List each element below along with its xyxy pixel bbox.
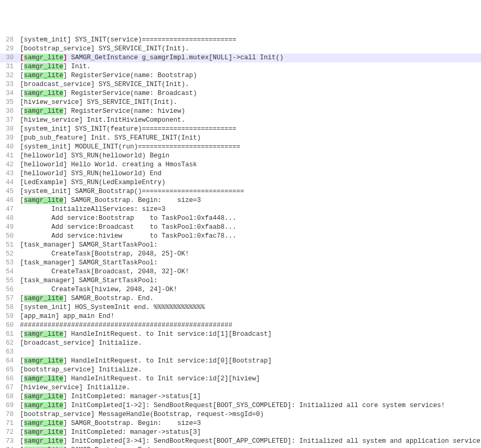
line-number: 41 bbox=[0, 152, 18, 161]
line-number: 56 bbox=[0, 285, 18, 294]
line-number: 74 bbox=[0, 446, 18, 448]
code-line[interactable]: 61[samgr_lite] HandleInitRequest. to Ini… bbox=[0, 330, 481, 339]
line-content: CreateTask[hiview, 2048, 24]-OK! bbox=[18, 285, 177, 294]
code-line[interactable]: 54 CreateTask[Broadcast, 2048, 32]-OK! bbox=[0, 268, 481, 276]
code-line[interactable]: 67[hiview_service] Initialize. bbox=[0, 383, 481, 392]
code-line[interactable]: 62[broadcast_service] Initialize. bbox=[0, 339, 481, 348]
search-highlight: samgr_lite bbox=[24, 402, 63, 409]
code-line[interactable]: 38[system_init] SYS_INIT(feature)=======… bbox=[0, 125, 481, 134]
code-line[interactable]: 56 CreateTask[hiview, 2048, 24]-OK! bbox=[0, 285, 481, 294]
line-content: [pub_sub_feature] Init. SYS_FEATURE_INIT… bbox=[18, 134, 201, 143]
code-line[interactable]: 44[LedExample] SYS_RUN(LedExampleEntry) bbox=[0, 178, 481, 187]
line-number: 39 bbox=[0, 134, 18, 143]
code-line[interactable]: 46[samgr_lite] SAMGR_Bootstrap. Begin: s… bbox=[0, 196, 481, 205]
search-highlight: samgr_lite bbox=[24, 420, 63, 427]
line-number: 42 bbox=[0, 161, 18, 169]
search-highlight: samgr_lite bbox=[24, 108, 63, 115]
line-content: [samgr_lite] RegisterService(name: hivie… bbox=[18, 107, 185, 116]
code-line[interactable]: 31[samgr_lite] Init. bbox=[0, 62, 481, 71]
line-number: 37 bbox=[0, 116, 18, 125]
code-line[interactable]: 55[task_manager] SAMGR_StartTaskPool: bbox=[0, 276, 481, 285]
code-line[interactable]: 73[samgr_lite] InitCompleted[3->4]: Send… bbox=[0, 437, 481, 446]
code-line[interactable]: 49 Add service:Broadcast to TaskPool:0xf… bbox=[0, 223, 481, 232]
code-line[interactable]: 50 Add service:hiview to TaskPool:0xfac7… bbox=[0, 232, 481, 241]
line-number: 44 bbox=[0, 178, 18, 187]
code-line[interactable]: 57[samgr_lite] SAMGR_Bootstrap. End. bbox=[0, 294, 481, 303]
code-line[interactable]: 74[samgr_lite] SAMGR_Bootstrap. End. bbox=[0, 446, 481, 448]
line-content: [task_manager] SAMGR_StartTaskPool: bbox=[18, 276, 158, 285]
code-line[interactable]: 66[samgr_lite] HandleInitRequest. to Ini… bbox=[0, 375, 481, 383]
search-highlight: samgr_lite bbox=[24, 197, 63, 204]
code-line[interactable]: 32[samgr_lite] RegisterService(name: Boo… bbox=[0, 71, 481, 80]
line-number: 49 bbox=[0, 223, 18, 232]
search-highlight: samgr_lite bbox=[24, 295, 63, 302]
search-highlight: samgr_lite bbox=[24, 393, 63, 400]
line-content: [helloworld] SYS_RUN(helloworld) Begin bbox=[18, 152, 169, 161]
line-content: [system_init] HOS_SystemInit end. %%%%%%… bbox=[18, 303, 205, 312]
code-line[interactable]: 39[pub_sub_feature] Init. SYS_FEATURE_IN… bbox=[0, 134, 481, 143]
code-line[interactable]: 64[samgr_lite] HandleInitRequest. to Ini… bbox=[0, 357, 481, 366]
code-line[interactable]: 37[hiview_service] Init.InitHiviewCompon… bbox=[0, 116, 481, 125]
line-content: Add service:hiview to TaskPool:0xfac78..… bbox=[18, 232, 237, 241]
code-line[interactable]: 53[task_manager] SAMGR_StartTaskPool: bbox=[0, 259, 481, 268]
code-line[interactable]: 72[samgr_lite] InitCompleted: manager->s… bbox=[0, 428, 481, 437]
line-number: 33 bbox=[0, 80, 18, 89]
line-content: [samgr_lite] SAMGR_Bootstrap. Begin: siz… bbox=[18, 419, 201, 428]
line-number: 47 bbox=[0, 205, 18, 214]
code-line[interactable]: 63 bbox=[0, 348, 481, 357]
line-number: 51 bbox=[0, 241, 18, 250]
code-line[interactable]: 48 Add service:Bootstrap to TaskPool:0xf… bbox=[0, 214, 481, 223]
code-line[interactable]: 70[bootstrap_service] MessageHandle(Boot… bbox=[0, 410, 481, 419]
line-content: [system_init] SAMGR_Bootstrap()=========… bbox=[18, 187, 244, 196]
line-number: 53 bbox=[0, 259, 18, 268]
line-number: 54 bbox=[0, 268, 18, 276]
code-line[interactable]: 60######################################… bbox=[0, 321, 481, 330]
line-content: [samgr_lite] RegisterService(name: Broad… bbox=[18, 89, 197, 98]
code-line[interactable]: 65[bootstrap_service] Initialize. bbox=[0, 366, 481, 375]
code-line[interactable]: 41[helloworld] SYS_RUN(helloworld) Begin bbox=[0, 152, 481, 161]
code-line[interactable]: 68[samgr_lite] InitCompleted: manager->s… bbox=[0, 392, 481, 401]
line-content: [helloworld] SYS_RUN(helloworld) End bbox=[18, 169, 162, 178]
code-line[interactable]: 71[samgr_lite] SAMGR_Bootstrap. Begin: s… bbox=[0, 419, 481, 428]
line-number: 45 bbox=[0, 187, 18, 196]
line-content: [task_manager] SAMGR_StartTaskPool: bbox=[18, 241, 158, 250]
code-line[interactable]: 43[helloworld] SYS_RUN(helloworld) End bbox=[0, 169, 481, 178]
code-line[interactable]: 59[app_main] app_main End! bbox=[0, 312, 481, 321]
line-content: [samgr_lite] HandleInitRequest. to Init … bbox=[18, 375, 260, 383]
code-line[interactable]: 52 CreateTask[Bootstrap, 2048, 25]-OK! bbox=[0, 250, 481, 259]
code-line[interactable]: 58[system_init] HOS_SystemInit end. %%%%… bbox=[0, 303, 481, 312]
code-line[interactable]: 51[task_manager] SAMGR_StartTaskPool: bbox=[0, 241, 481, 250]
line-content: [samgr_lite] SAMGR_Bootstrap. Begin: siz… bbox=[18, 196, 201, 205]
line-number: 36 bbox=[0, 107, 18, 116]
search-highlight: samgr_lite bbox=[24, 357, 63, 365]
code-line[interactable]: 47 InitializeAllServices: size=3 bbox=[0, 205, 481, 214]
code-line[interactable]: 45[system_init] SAMGR_Bootstrap()=======… bbox=[0, 187, 481, 196]
line-content: [samgr_lite] SAMGR_Bootstrap. End. bbox=[18, 446, 154, 448]
line-content: [system_init] SYS_INIT(service)=========… bbox=[18, 36, 237, 45]
code-line[interactable]: 29[bootstrap_service] SYS_SERVICE_INIT(I… bbox=[0, 45, 481, 54]
code-line[interactable]: 33[broadcast_service] SYS_SERVICE_INIT(I… bbox=[0, 80, 481, 89]
line-number: 34 bbox=[0, 89, 18, 98]
code-line[interactable]: 69[samgr_lite] InitCompleted[1->2]: Send… bbox=[0, 401, 481, 410]
line-number: 48 bbox=[0, 214, 18, 223]
line-content: [hiview_service] Initialize. bbox=[18, 383, 130, 392]
line-content: [samgr_lite] InitCompleted: manager->sta… bbox=[18, 428, 201, 437]
code-line[interactable]: 40[system_init] MODULE_INIT(run)========… bbox=[0, 143, 481, 152]
line-number: 43 bbox=[0, 169, 18, 178]
line-number: 73 bbox=[0, 437, 18, 446]
line-content: [LedExample] SYS_RUN(LedExampleEntry) bbox=[18, 178, 166, 187]
code-line[interactable]: 42[helloworld] Hello World. creating a H… bbox=[0, 161, 481, 169]
search-highlight: samgr_lite bbox=[24, 429, 63, 436]
line-content: [system_init] MODULE_INIT(run)==========… bbox=[18, 143, 240, 152]
code-line[interactable]: 28[system_init] SYS_INIT(service)=======… bbox=[0, 36, 481, 45]
line-content: [samgr_lite] InitCompleted: manager->sta… bbox=[18, 392, 201, 401]
line-content: InitializeAllServices: size=3 bbox=[18, 205, 166, 214]
code-line[interactable]: 36[samgr_lite] RegisterService(name: hiv… bbox=[0, 107, 481, 116]
line-content: [app_main] app_main End! bbox=[18, 312, 114, 321]
line-number: 38 bbox=[0, 125, 18, 134]
code-line[interactable]: 34[samgr_lite] RegisterService(name: Bro… bbox=[0, 89, 481, 98]
code-editor[interactable]: 28[system_init] SYS_INIT(service)=======… bbox=[0, 36, 481, 448]
line-content: [system_init] SYS_INIT(feature)=========… bbox=[18, 125, 237, 134]
code-line[interactable]: 35[hiview_service] SYS_SERVICE_INIT(Init… bbox=[0, 98, 481, 107]
code-line[interactable]: 30[samgr_lite] SAMGR_GetInstance g_samgr… bbox=[0, 54, 481, 62]
